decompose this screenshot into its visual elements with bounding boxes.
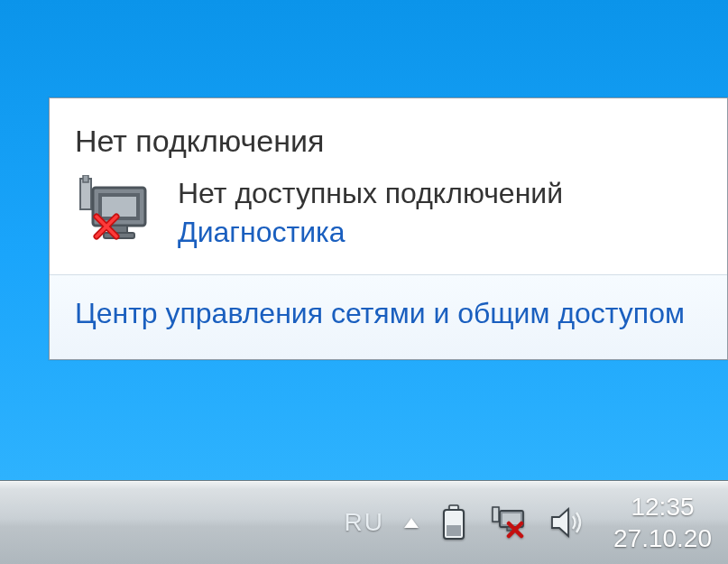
language-indicator[interactable]: RU [345,508,384,537]
clock-date: 27.10.20 [613,522,712,554]
svg-rect-14 [493,507,499,522]
svg-rect-0 [80,179,91,209]
network-disconnected-icon [75,175,154,245]
popup-body: Нет доступных подключений Диагностика [50,162,727,274]
diagnose-link[interactable]: Диагностика [178,216,563,249]
svg-rect-16 [502,513,521,524]
clock-time: 12:35 [631,491,694,522]
volume-icon[interactable] [548,505,588,540]
network-tray-icon[interactable] [489,505,529,540]
svg-rect-1 [83,175,88,182]
popup-footer: Центр управления сетями и общим доступом [50,274,727,359]
popup-text: Нет доступных подключений Диагностика [178,175,563,249]
network-center-link[interactable]: Центр управления сетями и общим доступом [75,297,685,329]
svg-rect-4 [102,197,136,217]
taskbar: RU 12:35 27.10.20 [0,480,728,564]
show-hidden-icons[interactable] [404,518,419,528]
popup-header: Нет подключения [50,98,727,162]
clock[interactable]: 12:35 27.10.20 [608,491,712,554]
svg-marker-20 [552,509,568,536]
system-tray: RU 12:35 27.10.20 [337,481,728,564]
svg-rect-13 [447,525,461,536]
battery-icon[interactable] [438,504,469,541]
no-connections-message: Нет доступных подключений [178,177,563,210]
network-connections-popup: Нет подключения Нет доступных подключени… [49,97,728,360]
popup-title: Нет подключения [75,124,702,159]
